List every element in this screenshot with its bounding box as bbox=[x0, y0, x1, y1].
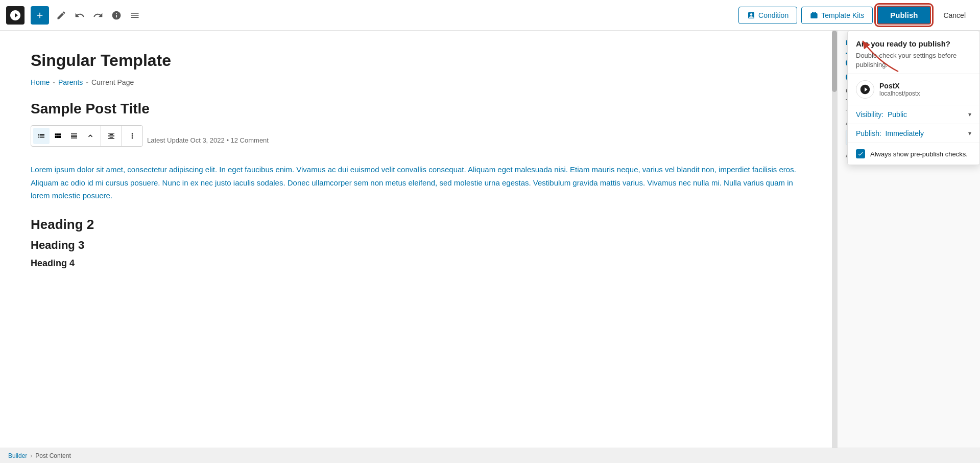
condition-icon bbox=[747, 11, 755, 19]
visibility-value: Public bbox=[888, 110, 907, 119]
list-view-button[interactable] bbox=[33, 128, 50, 144]
pre-publish-checkbox[interactable] bbox=[856, 149, 865, 158]
page-title: Singular Template bbox=[31, 51, 801, 70]
undo-button[interactable] bbox=[71, 7, 88, 24]
pre-publish-label: Always show pre-publish checks. bbox=[870, 150, 968, 158]
block-toolbar-group-1 bbox=[31, 126, 101, 146]
right-panel: Build Con Text Type Align Adv bbox=[837, 31, 980, 448]
align-center-button[interactable] bbox=[103, 128, 119, 144]
block-toolbar-group-3 bbox=[122, 126, 142, 146]
canvas-area: Singular Template Home - Parents - Curre… bbox=[0, 31, 832, 448]
template-kits-button[interactable]: Template Kits bbox=[801, 7, 873, 24]
status-builder[interactable]: Builder bbox=[8, 452, 27, 459]
breadcrumb-parents[interactable]: Parents bbox=[58, 78, 83, 86]
site-info: PostX localhost/postx bbox=[879, 82, 920, 97]
site-logo bbox=[856, 80, 874, 99]
arrows-icon bbox=[86, 132, 94, 140]
breadcrumb-sep-1: - bbox=[53, 78, 55, 86]
publish-panel-title: Are you ready to publish? bbox=[856, 39, 971, 48]
publish-time-chevron-icon: ▾ bbox=[968, 130, 971, 137]
status-sep: › bbox=[30, 452, 32, 459]
publish-label-text: Publish: bbox=[856, 129, 881, 137]
block-toolbar-group-2 bbox=[101, 126, 122, 146]
publish-panel-subtitle: Double-check your settings before publis… bbox=[856, 51, 971, 70]
template-kits-icon bbox=[810, 11, 818, 19]
block-toolbar bbox=[31, 125, 143, 147]
condition-label: Condition bbox=[758, 11, 788, 19]
reorder-icon bbox=[70, 132, 78, 140]
top-toolbar: Condition Template Kits Publish Cancel bbox=[0, 0, 980, 31]
pencil-button[interactable] bbox=[53, 7, 69, 24]
main-layout: Singular Template Home - Parents - Curre… bbox=[0, 31, 980, 448]
status-post-content: Post Content bbox=[35, 452, 70, 459]
pencil-icon bbox=[56, 10, 66, 20]
publish-panel: Are you ready to publish? Double-check y… bbox=[847, 31, 980, 165]
heading-4: Heading 4 bbox=[31, 258, 801, 269]
grid-icon bbox=[54, 132, 62, 140]
redo-icon bbox=[93, 10, 103, 20]
publish-time-label: Publish: Immediately bbox=[856, 129, 924, 137]
status-bar: Builder › Post Content bbox=[0, 448, 980, 463]
visibility-row[interactable]: Visibility: Public ▾ bbox=[848, 105, 979, 124]
pre-publish-checks-row: Always show pre-publish checks. bbox=[848, 143, 979, 165]
add-button[interactable] bbox=[31, 6, 49, 25]
site-url: localhost/postx bbox=[879, 90, 920, 97]
reorder-button[interactable] bbox=[66, 128, 82, 144]
menu-icon bbox=[130, 10, 140, 20]
wp-logo-icon bbox=[9, 9, 21, 21]
canvas-scrollbar-thumb[interactable] bbox=[832, 31, 837, 92]
heading-2: Heading 2 bbox=[31, 217, 801, 233]
breadcrumb-home[interactable]: Home bbox=[31, 78, 50, 86]
menu-button[interactable] bbox=[127, 7, 143, 24]
publish-button[interactable]: Publish bbox=[877, 6, 931, 25]
info-icon bbox=[111, 10, 122, 20]
post-title: Sample Post Title bbox=[31, 101, 801, 117]
more-options-icon bbox=[128, 132, 136, 140]
visibility-chevron-icon: ▾ bbox=[968, 111, 971, 118]
align-center-icon bbox=[107, 132, 115, 140]
publish-panel-site: PostX localhost/postx bbox=[848, 74, 979, 105]
add-icon bbox=[35, 11, 44, 20]
condition-button[interactable]: Condition bbox=[738, 7, 797, 24]
redo-button[interactable] bbox=[90, 7, 106, 24]
info-button[interactable] bbox=[108, 7, 125, 24]
visibility-label-text: Visibility: bbox=[856, 110, 883, 119]
checkmark-icon bbox=[857, 151, 864, 157]
list-view-icon bbox=[37, 132, 45, 140]
template-kits-label: Template Kits bbox=[821, 11, 864, 19]
heading-3: Heading 3 bbox=[31, 239, 801, 252]
arrows-button[interactable] bbox=[82, 128, 99, 144]
breadcrumb-sep-2: - bbox=[86, 78, 88, 86]
publish-value: Immediately bbox=[886, 129, 924, 137]
visibility-label: Visibility: Public bbox=[856, 110, 907, 119]
breadcrumb: Home - Parents - Current Page bbox=[31, 78, 801, 86]
site-logo-icon bbox=[859, 84, 871, 95]
more-options-button[interactable] bbox=[124, 128, 140, 144]
block-meta: Latest Update Oct 3, 2022 • 12 Comment bbox=[147, 136, 269, 144]
cancel-button[interactable]: Cancel bbox=[935, 7, 974, 24]
publish-panel-header: Are you ready to publish? Double-check y… bbox=[848, 31, 979, 74]
wp-logo bbox=[6, 6, 25, 25]
canvas-scrollbar[interactable] bbox=[832, 31, 837, 448]
post-content: Lorem ipsum dolor sit amet, consectetur … bbox=[31, 163, 801, 202]
breadcrumb-current: Current Page bbox=[91, 78, 134, 86]
site-name: PostX bbox=[879, 82, 920, 90]
publish-time-row[interactable]: Publish: Immediately ▾ bbox=[848, 124, 979, 143]
grid-view-button[interactable] bbox=[50, 128, 66, 144]
undo-icon bbox=[75, 10, 85, 20]
